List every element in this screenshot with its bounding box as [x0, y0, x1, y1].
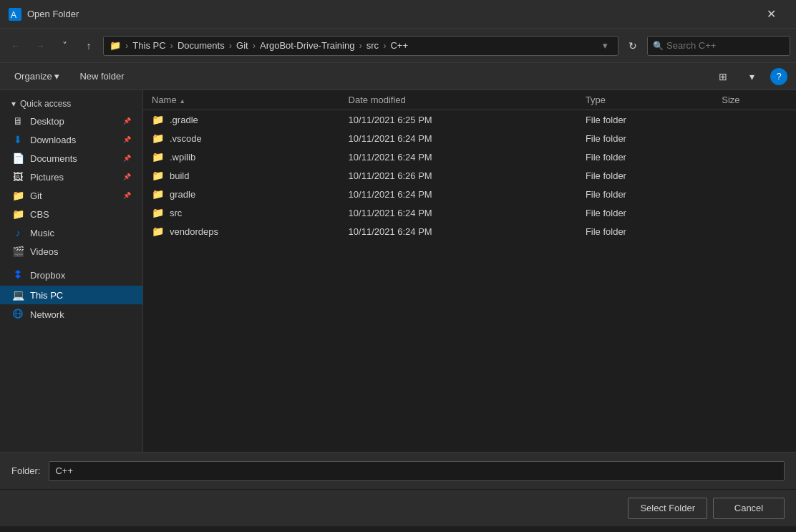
sidebar-item-cbs[interactable]: 📁 CBS	[0, 205, 142, 223]
bottom-area: Folder:	[0, 452, 796, 489]
git-icon: 📁	[11, 190, 24, 201]
sidebar-item-label-desktop: Desktop	[30, 116, 64, 127]
file-size	[713, 110, 796, 130]
folder-icon: 📁	[152, 188, 164, 200]
col-header-size[interactable]: Size	[713, 90, 796, 110]
sidebar-item-dropbox[interactable]: Dropbox	[0, 265, 142, 286]
file-date: 10/11/2021 6:24 PM	[340, 129, 577, 147]
select-folder-button[interactable]: Select Folder	[628, 498, 707, 519]
sidebar-item-network[interactable]: Network	[0, 304, 142, 325]
sidebar-item-documents[interactable]: 📄 Documents 📌	[0, 149, 142, 168]
cbs-icon: 📁	[11, 208, 24, 220]
path-part-thispc: This PC	[132, 40, 165, 51]
title-left: A Open Folder	[9, 8, 79, 21]
file-area: Name ▲ Date modified Type Size 📁 .gradle…	[143, 90, 796, 452]
search-input[interactable]	[647, 36, 790, 56]
file-name: .vscode	[170, 133, 202, 144]
file-name: vendordeps	[170, 226, 218, 237]
file-size	[713, 222, 796, 241]
table-row[interactable]: 📁 src 10/11/2021 6:24 PM File folder	[143, 203, 796, 222]
toolbar: Organize ▾ New folder ⊞ ▾ ?	[0, 63, 796, 90]
file-type: File folder	[577, 203, 713, 222]
back-button[interactable]: ←	[6, 36, 26, 56]
videos-icon: 🎬	[11, 246, 24, 257]
file-type: File folder	[577, 129, 713, 147]
col-header-date[interactable]: Date modified	[340, 90, 577, 110]
file-type: File folder	[577, 166, 713, 185]
sidebar-item-label-videos: Videos	[30, 246, 59, 257]
sidebar-item-pictures[interactable]: 🖼 Pictures 📌	[0, 168, 142, 186]
app-icon: A	[9, 8, 21, 21]
table-row[interactable]: 📁 vendordeps 10/11/2021 6:24 PM File fol…	[143, 222, 796, 241]
table-row[interactable]: 📁 .vscode 10/11/2021 6:24 PM File folder	[143, 129, 796, 147]
file-date: 10/11/2021 6:25 PM	[340, 110, 577, 130]
path-part-src: src	[367, 40, 379, 51]
path-dropdown-arrow[interactable]: ▾	[598, 40, 612, 51]
sidebar-item-git[interactable]: 📁 Git 📌	[0, 186, 142, 205]
sidebar-item-music[interactable]: ♪ Music	[0, 223, 142, 242]
file-name: gradle	[170, 189, 195, 200]
downloads-icon: ⬇	[11, 134, 24, 145]
sidebar-item-label-thispc: This PC	[30, 290, 63, 301]
up-button[interactable]: ↑	[79, 36, 99, 56]
sidebar-item-label-music: Music	[30, 228, 54, 238]
address-bar: ← → ˅ ↑ 📁 › This PC › Documents › Git › …	[0, 29, 796, 63]
organize-button[interactable]: Organize ▾	[9, 68, 65, 84]
thispc-icon: 💻	[11, 289, 24, 301]
sidebar-item-desktop[interactable]: 🖥 Desktop 📌	[0, 112, 142, 130]
sidebar-item-label-pictures: Pictures	[30, 172, 64, 183]
svg-text:A: A	[11, 10, 16, 20]
quick-access-label: Quick access	[20, 99, 71, 109]
title-bar: A Open Folder ✕	[0, 0, 796, 29]
file-name: .gradle	[170, 115, 198, 125]
file-type: File folder	[577, 147, 713, 166]
sidebar-item-label-git: Git	[30, 190, 42, 201]
sidebar-item-label-network: Network	[30, 309, 64, 320]
view-dropdown-button[interactable]: ▾	[742, 67, 762, 87]
table-row[interactable]: 📁 .gradle 10/11/2021 6:25 PM File folder	[143, 110, 796, 130]
folder-input[interactable]	[49, 461, 785, 481]
dialog-title: Open Folder	[27, 9, 79, 19]
sidebar-item-downloads[interactable]: ⬇ Downloads 📌	[0, 130, 142, 149]
main-area: ▾ Quick access 🖥 Desktop 📌 ⬇ Downloads 📌…	[0, 90, 796, 452]
sidebar-item-label-dropbox: Dropbox	[30, 270, 65, 281]
network-icon	[11, 308, 24, 321]
file-date: 10/11/2021 6:24 PM	[340, 222, 577, 241]
table-row[interactable]: 📁 .wpilib 10/11/2021 6:24 PM File folder	[143, 147, 796, 166]
file-date: 10/11/2021 6:24 PM	[340, 185, 577, 203]
path-part-argobot: ArgoBot-Drive-Training	[260, 40, 354, 51]
quick-access-arrow: ▾	[11, 99, 16, 109]
refresh-button[interactable]: ↻	[623, 36, 643, 56]
path-part-documents: Documents	[178, 40, 225, 51]
file-size	[713, 203, 796, 222]
col-header-name[interactable]: Name ▲	[143, 90, 340, 110]
address-path[interactable]: 📁 › This PC › Documents › Git › ArgoBot-…	[103, 36, 618, 56]
git-pin-icon: 📌	[123, 192, 131, 199]
new-folder-button[interactable]: New folder	[74, 68, 130, 84]
folder-icon: 📁	[152, 226, 164, 237]
file-size	[713, 129, 796, 147]
quick-access-header[interactable]: ▾ Quick access	[0, 96, 142, 112]
close-button[interactable]: ✕	[754, 3, 787, 26]
file-date: 10/11/2021 6:24 PM	[340, 203, 577, 222]
file-size	[713, 185, 796, 203]
dropbox-icon	[11, 269, 24, 282]
search-wrapper: 🔍	[647, 36, 790, 56]
dropdown-recent-button[interactable]: ˅	[54, 36, 74, 56]
file-date: 10/11/2021 6:24 PM	[340, 147, 577, 166]
file-date: 10/11/2021 6:26 PM	[340, 166, 577, 185]
cancel-button[interactable]: Cancel	[713, 498, 785, 519]
help-button[interactable]: ?	[770, 68, 787, 85]
sidebar-item-label-cbs: CBS	[30, 209, 49, 220]
view-button[interactable]: ⊞	[713, 67, 733, 87]
sidebar-item-videos[interactable]: 🎬 Videos	[0, 242, 142, 261]
forward-button[interactable]: →	[30, 36, 50, 56]
table-row[interactable]: 📁 build 10/11/2021 6:26 PM File folder	[143, 166, 796, 185]
table-row[interactable]: 📁 gradle 10/11/2021 6:24 PM File folder	[143, 185, 796, 203]
sidebar-item-thispc[interactable]: 💻 This PC	[0, 286, 142, 304]
pictures-pin-icon: 📌	[123, 173, 131, 180]
col-header-type[interactable]: Type	[577, 90, 713, 110]
file-type: File folder	[577, 222, 713, 241]
file-name: build	[170, 170, 189, 181]
desktop-pin-icon: 📌	[123, 117, 131, 125]
